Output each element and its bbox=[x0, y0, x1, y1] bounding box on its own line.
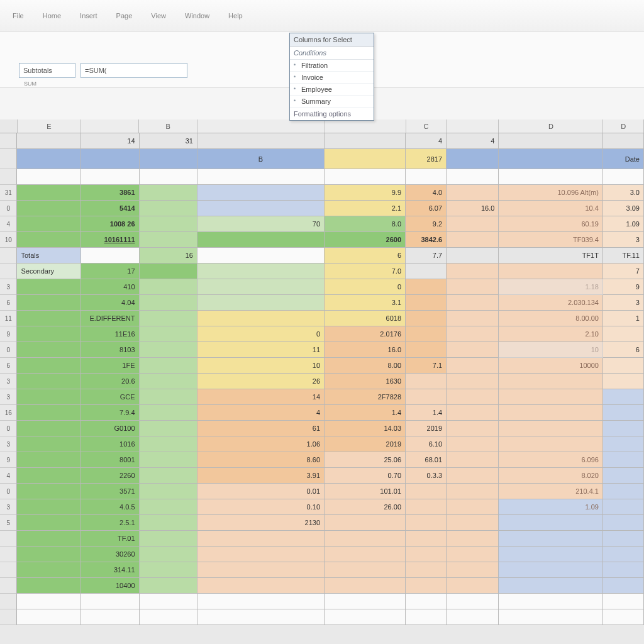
cell[interactable] bbox=[406, 609, 447, 625]
ribbon-item[interactable]: Insert bbox=[80, 12, 97, 19]
cell[interactable] bbox=[406, 547, 447, 562]
cell[interactable]: 16.0 bbox=[325, 342, 406, 358]
cell[interactable] bbox=[197, 609, 325, 625]
cell[interactable]: 0 bbox=[325, 279, 406, 295]
cell[interactable]: 16.0 bbox=[447, 201, 499, 216]
cell[interactable]: 2600 bbox=[325, 232, 406, 248]
cell[interactable] bbox=[17, 326, 81, 342]
cell[interactable]: 3842.6 bbox=[406, 232, 447, 248]
cell[interactable]: 9.2 bbox=[406, 216, 447, 232]
cell[interactable] bbox=[406, 515, 447, 531]
cell[interactable]: 9.9 bbox=[325, 185, 406, 201]
column-header[interactable] bbox=[197, 119, 325, 133]
cell[interactable]: 0.01 bbox=[197, 484, 325, 499]
cell[interactable] bbox=[197, 531, 325, 547]
cell[interactable] bbox=[447, 216, 499, 232]
cell[interactable] bbox=[140, 342, 197, 358]
cell[interactable]: TF.01 bbox=[81, 531, 139, 547]
ribbon-item[interactable]: File bbox=[13, 12, 24, 19]
cell[interactable] bbox=[17, 374, 81, 389]
row-header[interactable]: 16 bbox=[0, 405, 17, 421]
cell[interactable] bbox=[140, 149, 197, 169]
cell[interactable]: 4.0.5 bbox=[81, 499, 139, 515]
cell[interactable]: 0 bbox=[197, 326, 325, 342]
cell[interactable]: 8.60 bbox=[197, 452, 325, 468]
cell[interactable] bbox=[17, 358, 81, 374]
cell[interactable] bbox=[499, 578, 603, 594]
cell[interactable]: 16 bbox=[140, 248, 197, 264]
cell[interactable] bbox=[140, 452, 197, 468]
cell[interactable] bbox=[447, 185, 499, 201]
cell[interactable] bbox=[140, 374, 197, 389]
cell[interactable] bbox=[406, 326, 447, 342]
cell[interactable] bbox=[140, 295, 197, 311]
cell[interactable]: 1.18 bbox=[499, 279, 603, 295]
cell[interactable]: 6.096 bbox=[499, 452, 603, 468]
cell[interactable]: 10161111 bbox=[81, 232, 139, 248]
cell[interactable] bbox=[406, 594, 447, 609]
cell[interactable] bbox=[325, 169, 406, 185]
cell[interactable]: 3.91 bbox=[197, 468, 325, 484]
cell[interactable]: 1.09 bbox=[603, 216, 644, 232]
cell[interactable] bbox=[140, 547, 197, 562]
cell[interactable] bbox=[603, 326, 644, 342]
dropdown-item[interactable]: Filtration bbox=[290, 60, 374, 72]
cell[interactable] bbox=[17, 499, 81, 515]
cell[interactable] bbox=[140, 562, 197, 578]
cell[interactable] bbox=[406, 578, 447, 594]
cell[interactable] bbox=[140, 326, 197, 342]
cell[interactable]: 8.00 bbox=[325, 358, 406, 374]
cell[interactable] bbox=[140, 169, 197, 185]
cell-secondary-label[interactable]: Secondary bbox=[17, 264, 81, 279]
cell[interactable]: 60.19 bbox=[499, 216, 603, 232]
cell[interactable]: 10400 bbox=[81, 578, 139, 594]
cell[interactable] bbox=[406, 374, 447, 389]
cell[interactable]: 8103 bbox=[81, 342, 139, 358]
cell[interactable]: 1.09 bbox=[499, 499, 603, 515]
cell[interactable] bbox=[17, 531, 81, 547]
cell[interactable] bbox=[499, 562, 603, 578]
cell[interactable] bbox=[499, 133, 603, 149]
cell[interactable] bbox=[406, 279, 447, 295]
cell[interactable] bbox=[447, 358, 499, 374]
cell[interactable] bbox=[603, 452, 644, 468]
cell[interactable]: 1.4 bbox=[325, 405, 406, 421]
cell[interactable] bbox=[17, 133, 81, 149]
formula-bar[interactable]: =SUM( bbox=[80, 63, 187, 78]
cell[interactable] bbox=[140, 531, 197, 547]
cell[interactable] bbox=[197, 248, 325, 264]
cell[interactable]: 7.9.4 bbox=[81, 405, 139, 421]
cell[interactable] bbox=[197, 311, 325, 326]
cell[interactable] bbox=[447, 547, 499, 562]
cell[interactable] bbox=[17, 436, 81, 452]
cell[interactable] bbox=[140, 594, 197, 609]
cell[interactable] bbox=[140, 232, 197, 248]
cell[interactable] bbox=[17, 389, 81, 405]
cell[interactable]: 0.3.3 bbox=[406, 468, 447, 484]
cell[interactable] bbox=[325, 133, 406, 149]
column-header[interactable] bbox=[447, 119, 499, 133]
cell[interactable]: 6.07 bbox=[406, 201, 447, 216]
cell[interactable] bbox=[17, 515, 81, 531]
cell[interactable] bbox=[140, 609, 197, 625]
cell[interactable]: 70 bbox=[197, 216, 325, 232]
dropdown-item[interactable]: Invoice bbox=[290, 72, 374, 84]
cell[interactable] bbox=[499, 149, 603, 169]
cell[interactable] bbox=[603, 562, 644, 578]
cell[interactable] bbox=[499, 547, 603, 562]
cell[interactable] bbox=[17, 547, 81, 562]
cell[interactable]: 2.5.1 bbox=[81, 515, 139, 531]
cell[interactable] bbox=[447, 468, 499, 484]
cell[interactable] bbox=[325, 515, 406, 531]
cell[interactable] bbox=[325, 594, 406, 609]
cell[interactable] bbox=[603, 405, 644, 421]
cell[interactable] bbox=[603, 578, 644, 594]
grid-body[interactable]: 14 31 4 4 B 2817 Date bbox=[0, 133, 644, 625]
cell[interactable] bbox=[447, 578, 499, 594]
row-header[interactable] bbox=[0, 169, 17, 185]
cell[interactable]: 3.0 bbox=[603, 185, 644, 201]
cell[interactable] bbox=[325, 578, 406, 594]
cell[interactable]: 14 bbox=[197, 389, 325, 405]
cell[interactable] bbox=[140, 421, 197, 436]
cell[interactable] bbox=[325, 562, 406, 578]
